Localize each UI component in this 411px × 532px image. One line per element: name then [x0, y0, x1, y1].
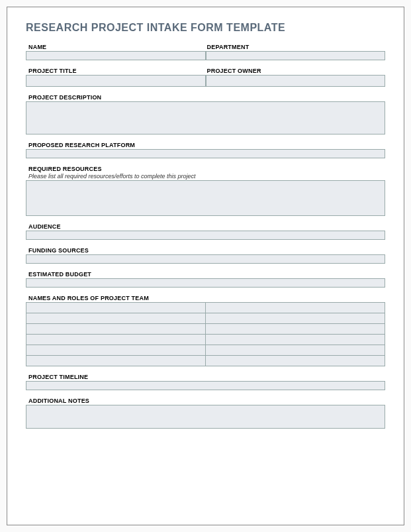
section-audience: AUDIENCE	[26, 223, 385, 240]
required-resources-input[interactable]	[26, 180, 385, 216]
section-research-platform: PROPOSED RESEARCH PLATFORM	[26, 141, 385, 158]
estimated-budget-input[interactable]	[26, 278, 385, 288]
row-name-department: NAME DEPARTMENT	[26, 43, 385, 60]
team-role-cell[interactable]	[206, 345, 385, 356]
required-resources-label: REQUIRED RESOURCES	[26, 165, 385, 173]
additional-notes-label: ADDITIONAL NOTES	[26, 397, 385, 405]
section-team: NAMES AND ROLES OF PROJECT TEAM	[26, 294, 385, 366]
table-row	[26, 345, 385, 356]
estimated-budget-label: ESTIMATED BUDGET	[26, 270, 385, 278]
team-name-cell[interactable]	[26, 324, 206, 335]
table-row	[26, 356, 385, 366]
name-input[interactable]	[26, 51, 206, 60]
team-name-cell[interactable]	[26, 303, 206, 313]
team-label: NAMES AND ROLES OF PROJECT TEAM	[26, 294, 385, 302]
team-name-cell[interactable]	[26, 335, 206, 345]
project-title-label: PROJECT TITLE	[26, 67, 206, 75]
funding-sources-input[interactable]	[26, 254, 385, 264]
section-project-timeline: PROJECT TIMELINE	[26, 373, 385, 390]
team-role-cell[interactable]	[206, 335, 385, 345]
project-owner-input[interactable]	[206, 75, 386, 87]
team-role-cell[interactable]	[206, 313, 385, 324]
project-owner-label: PROJECT OWNER	[206, 67, 386, 75]
section-required-resources: REQUIRED RESOURCES Please list all requi…	[26, 165, 385, 216]
team-role-cell[interactable]	[206, 324, 385, 335]
research-platform-label: PROPOSED RESEARCH PLATFORM	[26, 141, 385, 149]
form-page: RESEARCH PROJECT INTAKE FORM TEMPLATE NA…	[7, 7, 404, 525]
section-project-description: PROJECT DESCRIPTION	[26, 93, 385, 134]
additional-notes-input[interactable]	[26, 405, 385, 429]
project-title-input[interactable]	[26, 75, 206, 87]
department-label: DEPARTMENT	[206, 43, 386, 51]
research-platform-input[interactable]	[26, 149, 385, 158]
section-funding-sources: FUNDING SOURCES	[26, 246, 385, 264]
row-title-owner: PROJECT TITLE PROJECT OWNER	[26, 67, 385, 87]
col-project-owner: PROJECT OWNER	[206, 67, 386, 87]
team-table	[26, 302, 385, 366]
audience-label: AUDIENCE	[26, 223, 385, 231]
section-estimated-budget: ESTIMATED BUDGET	[26, 270, 385, 288]
project-description-input[interactable]	[26, 101, 385, 134]
project-description-label: PROJECT DESCRIPTION	[26, 93, 385, 101]
name-label: NAME	[26, 43, 206, 51]
table-row	[26, 324, 385, 335]
team-role-cell[interactable]	[206, 303, 385, 313]
funding-sources-label: FUNDING SOURCES	[26, 246, 385, 254]
table-row	[26, 303, 385, 313]
table-row	[26, 335, 385, 345]
project-timeline-label: PROJECT TIMELINE	[26, 373, 385, 381]
page-title: RESEARCH PROJECT INTAKE FORM TEMPLATE	[26, 22, 385, 34]
department-input[interactable]	[206, 51, 386, 60]
required-resources-helper: Please list all required resources/effor…	[26, 173, 385, 180]
col-project-title: PROJECT TITLE	[26, 67, 206, 87]
team-name-cell[interactable]	[26, 313, 206, 324]
audience-input[interactable]	[26, 231, 385, 240]
col-name: NAME	[26, 43, 206, 60]
col-department: DEPARTMENT	[206, 43, 386, 60]
team-name-cell[interactable]	[26, 345, 206, 356]
team-role-cell[interactable]	[206, 356, 385, 366]
table-row	[26, 313, 385, 324]
project-timeline-input[interactable]	[26, 381, 385, 390]
team-name-cell[interactable]	[26, 356, 206, 366]
section-additional-notes: ADDITIONAL NOTES	[26, 397, 385, 429]
